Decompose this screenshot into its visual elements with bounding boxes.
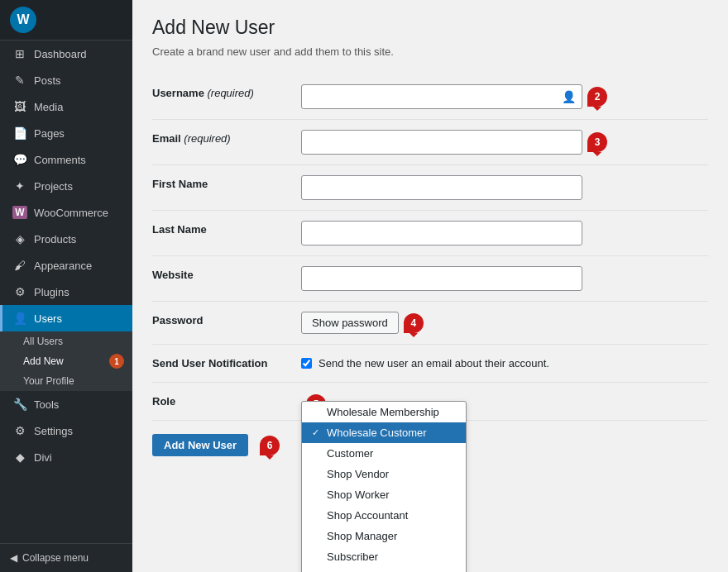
sidebar-item-label: Comments (34, 154, 86, 166)
username-row: Username (required) 👤 2 (152, 74, 708, 120)
collapse-menu-button[interactable]: ◀ Collapse menu (0, 543, 132, 572)
role-option-label: Wholesale Membership (327, 406, 439, 418)
password-wrap: Show password 4 (301, 312, 424, 334)
role-option-label: Wholesale Customer (327, 427, 427, 439)
sidebar-item-label: Pages (34, 127, 65, 140)
username-input[interactable] (301, 84, 582, 109)
lastname-input[interactable] (301, 221, 582, 245)
page-title: Add New User (152, 17, 708, 39)
users-submenu: All Users Add New 1 Your Profile (0, 331, 132, 391)
sidebar-item-label: Settings (34, 425, 73, 437)
sidebar-logo: W (0, 0, 132, 41)
sidebar-item-tools[interactable]: 🔧 Tools (0, 391, 132, 417)
sidebar-item-settings[interactable]: ⚙ Settings (0, 417, 132, 444)
password-label: Password (152, 302, 301, 345)
lastname-row: Last Name (152, 211, 708, 256)
role-row: Role Wholesale Membership✓Wholesale Cust… (152, 383, 708, 421)
add-new-label: Add New (23, 355, 64, 367)
username-input-wrap: 👤 2 (301, 84, 607, 109)
user-form-table: Username (required) 👤 2 Email (152, 74, 708, 421)
main-content: Add New User Create a brand new user and… (132, 0, 728, 572)
sidebar-item-label: Users (34, 312, 62, 325)
notification-row: Send User Notification Send the new user… (152, 345, 708, 383)
password-row: Password Show password 4 (152, 302, 708, 345)
role-dropdown-list[interactable]: Wholesale Membership✓Wholesale CustomerC… (301, 401, 467, 572)
your-profile-label: Your Profile (23, 375, 74, 387)
add-new-badge: 1 (109, 354, 124, 369)
callout-badge-4: 4 (404, 313, 424, 333)
notification-checkbox-wrap: Send the new user an email about their a… (301, 357, 708, 369)
divi-icon: ◆ (12, 450, 27, 464)
sidebar-item-all-users[interactable]: All Users (0, 331, 132, 351)
plugins-icon: ⚙ (12, 285, 27, 298)
sidebar-item-label: Tools (34, 398, 59, 411)
email-row: Email (required) 3 (152, 120, 708, 165)
email-input[interactable] (301, 130, 582, 155)
email-input-wrap: 3 (301, 130, 607, 155)
sidebar-item-dashboard[interactable]: ⊞ Dashboard (0, 41, 132, 67)
sidebar-item-plugins[interactable]: ⚙ Plugins (0, 279, 132, 305)
sidebar-item-label: Projects (34, 180, 73, 193)
role-option-label: Shop Vendor (327, 468, 389, 480)
tools-icon: 🔧 (12, 398, 27, 411)
pages-icon: 📄 (12, 126, 27, 140)
sidebar: W ⊞ Dashboard ✎ Posts 🖼 Media 📄 Pages 💬 … (0, 0, 132, 572)
posts-icon: ✎ (12, 74, 27, 87)
sidebar-item-posts[interactable]: ✎ Posts (0, 67, 132, 93)
sidebar-item-products[interactable]: ◈ Products (0, 226, 132, 252)
sidebar-item-your-profile[interactable]: Your Profile (0, 371, 132, 391)
role-option-wholesale_customer[interactable]: ✓Wholesale Customer (302, 422, 466, 443)
role-option-label: Customer (327, 447, 373, 460)
role-option-shop_vendor[interactable]: Shop Vendor (302, 464, 466, 484)
add-new-user-button[interactable]: Add New User (152, 434, 248, 456)
collapse-arrow-icon: ◀ (10, 552, 17, 564)
sidebar-item-label: Appearance (34, 260, 92, 272)
username-required: (required) (208, 87, 254, 99)
role-option-wholesale_membership[interactable]: Wholesale Membership (302, 402, 466, 422)
wp-logo-icon: W (10, 7, 36, 33)
appearance-icon: 🖌 (12, 259, 27, 272)
users-icon: 👤 (12, 312, 27, 325)
sidebar-item-comments[interactable]: 💬 Comments (0, 146, 132, 173)
username-label: Username (required) (152, 74, 301, 120)
woocommerce-icon: W (12, 206, 27, 219)
sidebar-item-woocommerce[interactable]: W WooCommerce (0, 199, 132, 226)
projects-icon: ✦ (12, 179, 27, 193)
role-option-contributor[interactable]: Contributor (302, 567, 466, 572)
sidebar-item-label: Products (34, 233, 76, 245)
role-option-shop_accountant[interactable]: Shop Accountant (302, 505, 466, 526)
media-icon: 🖼 (12, 100, 27, 113)
role-option-subscriber[interactable]: Subscriber (302, 546, 466, 567)
lastname-label: Last Name (152, 211, 301, 256)
sidebar-item-add-new[interactable]: Add New 1 (0, 351, 132, 371)
notification-checkbox[interactable] (301, 358, 312, 369)
notification-label: Send User Notification (152, 345, 301, 383)
callout-badge-2: 2 (587, 87, 607, 107)
callout-badge-6: 6 (260, 436, 280, 455)
sidebar-item-appearance[interactable]: 🖌 Appearance (0, 252, 132, 279)
email-label: Email (required) (152, 120, 301, 165)
sidebar-item-projects[interactable]: ✦ Projects (0, 173, 132, 199)
role-option-label: Shop Accountant (327, 509, 408, 522)
products-icon: ◈ (12, 232, 27, 245)
role-option-shop_manager[interactable]: Shop Manager (302, 526, 466, 546)
website-input[interactable] (301, 266, 582, 291)
user-avatar-icon: 👤 (562, 90, 576, 103)
settings-icon: ⚙ (12, 424, 27, 437)
all-users-label: All Users (23, 336, 63, 347)
show-password-button[interactable]: Show password (301, 312, 399, 334)
sidebar-item-users[interactable]: 👤 Users (0, 305, 132, 331)
sidebar-item-divi[interactable]: ◆ Divi (0, 444, 132, 470)
website-label: Website (152, 256, 301, 302)
firstname-input[interactable] (301, 175, 582, 200)
role-option-shop_worker[interactable]: Shop Worker (302, 484, 466, 505)
email-required: (required) (184, 132, 230, 145)
role-option-label: Shop Manager (327, 530, 397, 542)
sidebar-item-media[interactable]: 🖼 Media (0, 93, 132, 120)
notification-text: Send the new user an email about their a… (318, 357, 549, 369)
sidebar-item-label: Divi (34, 451, 52, 464)
role-option-customer[interactable]: Customer (302, 443, 466, 464)
checkmark-icon: ✓ (312, 427, 322, 438)
sidebar-item-pages[interactable]: 📄 Pages (0, 120, 132, 146)
role-label: Role (152, 383, 301, 421)
